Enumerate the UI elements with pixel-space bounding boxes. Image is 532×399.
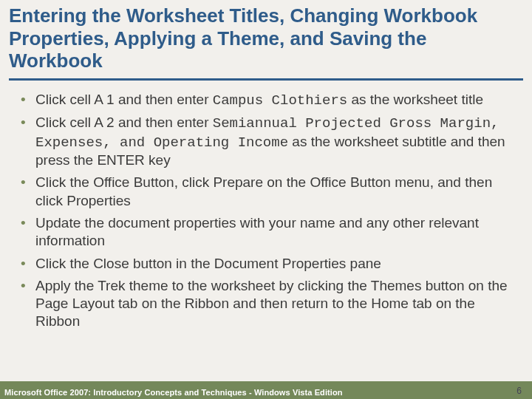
slide-title: Entering the Worksheet Titles, Changing …	[0, 0, 532, 75]
bullet-text: as the worksheet title	[347, 92, 483, 107]
footer-bar: Microsoft Office 2007: Introductory Conc…	[0, 381, 532, 399]
list-item: Click the Office Button, click Prepare o…	[16, 174, 516, 210]
page-number: 6	[516, 386, 522, 396]
bullet-text: Update the document properties with your…	[35, 215, 479, 248]
slide-body: Click cell A 1 and then enter Campus Clo…	[0, 82, 532, 331]
bullet-text: Click cell A 1 and then enter	[35, 92, 213, 107]
list-item: Apply the Trek theme to the worksheet by…	[16, 277, 516, 331]
list-item: Click cell A 1 and then enter Campus Clo…	[16, 91, 516, 109]
slide: Entering the Worksheet Titles, Changing …	[0, 0, 532, 399]
bullet-list: Click cell A 1 and then enter Campus Clo…	[16, 91, 516, 331]
footer-text: Microsoft Office 2007: Introductory Conc…	[4, 388, 343, 397]
bullet-text: Click cell A 2 and then enter	[35, 115, 213, 130]
bullet-code: Campus Clothiers	[213, 92, 347, 109]
bullet-text: Apply the Trek theme to the worksheet by…	[35, 278, 508, 330]
list-item: Update the document properties with your…	[16, 214, 516, 250]
list-item: Click the Close button in the Document P…	[16, 255, 516, 273]
title-rule	[9, 78, 523, 81]
bullet-text: Click the Office Button, click Prepare o…	[35, 174, 492, 208]
list-item: Click cell A 2 and then enter Semiannual…	[16, 114, 516, 169]
bullet-text: Click the Close button in the Document P…	[35, 256, 381, 271]
